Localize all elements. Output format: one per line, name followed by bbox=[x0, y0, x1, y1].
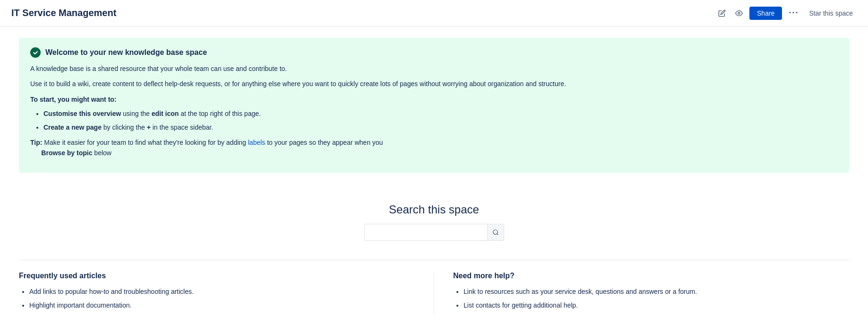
search-section: Search this space bbox=[19, 188, 849, 260]
page-header: IT Service Management Share ··· Star thi… bbox=[0, 0, 868, 27]
need-help-title: Need more help? bbox=[453, 272, 849, 280]
welcome-header: Welcome to your new knowledge base space bbox=[30, 47, 838, 58]
search-button[interactable] bbox=[487, 224, 504, 241]
bullet1-bold: Customise this overview bbox=[43, 110, 121, 117]
search-bar-container bbox=[19, 224, 849, 241]
share-button[interactable]: Share bbox=[749, 7, 782, 20]
welcome-bullets: Customise this overview using the edit i… bbox=[30, 108, 838, 133]
to-start-label: To start, you might want to: bbox=[30, 94, 838, 105]
tip-text: Make it easier for your team to find wha… bbox=[42, 139, 248, 146]
svg-point-0 bbox=[738, 12, 740, 14]
bullet2-end: in the space sidebar. bbox=[151, 124, 213, 131]
list-item: Highlight important documentation. bbox=[29, 300, 415, 310]
browse-text: below bbox=[92, 149, 111, 157]
bottom-sections: Frequently used articles Add links to po… bbox=[19, 260, 849, 314]
edit-icon bbox=[718, 9, 726, 17]
tip-label: Tip: bbox=[30, 139, 42, 146]
tip-paragraph: Tip: Make it easier for your team to fin… bbox=[30, 137, 838, 159]
bullet1-bold2: edit icon bbox=[152, 110, 179, 117]
header-actions: Share ··· Star this space bbox=[715, 5, 857, 21]
edit-button[interactable] bbox=[715, 7, 729, 20]
search-icon bbox=[492, 229, 499, 236]
frequently-used-col: Frequently used articles Add links to po… bbox=[19, 272, 434, 314]
bullet1-end: at the top right of this page. bbox=[179, 110, 261, 117]
labels-link[interactable]: labels bbox=[248, 139, 266, 146]
star-space-link[interactable]: Star this space bbox=[805, 7, 857, 20]
tip-text2: to your pages so they appear when you bbox=[265, 139, 383, 146]
need-help-col: Need more help? Link to resources such a… bbox=[434, 272, 849, 314]
search-heading: Search this space bbox=[19, 203, 849, 216]
eye-icon bbox=[735, 9, 743, 17]
need-help-list: Link to resources such as your service d… bbox=[453, 287, 849, 310]
welcome-body: A knowledge base is a shared resource th… bbox=[30, 63, 838, 159]
frequently-used-list: Add links to popular how-to and troubles… bbox=[19, 287, 415, 310]
watch-button[interactable] bbox=[732, 7, 746, 20]
bullet1-rest: using the bbox=[121, 110, 152, 117]
list-item: Add links to popular how-to and troubles… bbox=[29, 287, 415, 297]
more-icon: ··· bbox=[789, 8, 799, 18]
list-item: Link to resources such as your service d… bbox=[464, 287, 849, 297]
welcome-para2: Use it to build a wiki, create content t… bbox=[30, 79, 838, 89]
welcome-para1: A knowledge base is a shared resource th… bbox=[30, 63, 838, 74]
svg-point-1 bbox=[493, 230, 497, 234]
main-content: Welcome to your new knowledge base space… bbox=[0, 27, 868, 326]
bullet2-bold2: + bbox=[147, 124, 151, 131]
list-item: List contacts for getting additional hel… bbox=[464, 300, 849, 310]
bullet2-rest: by clicking the bbox=[102, 124, 147, 131]
welcome-title: Welcome to your new knowledge base space bbox=[45, 48, 207, 57]
welcome-bullet1: Customise this overview using the edit i… bbox=[43, 108, 838, 119]
bullet2-bold: Create a new page bbox=[43, 124, 102, 131]
browse-bold: Browse by topic bbox=[41, 149, 92, 157]
check-icon bbox=[30, 47, 41, 58]
frequently-used-title: Frequently used articles bbox=[19, 272, 415, 280]
page-title: IT Service Management bbox=[11, 8, 715, 18]
more-button[interactable]: ··· bbox=[786, 5, 801, 21]
search-input[interactable] bbox=[364, 224, 487, 241]
welcome-banner: Welcome to your new knowledge base space… bbox=[19, 38, 849, 173]
welcome-bullet2: Create a new page by clicking the + in t… bbox=[43, 122, 838, 133]
